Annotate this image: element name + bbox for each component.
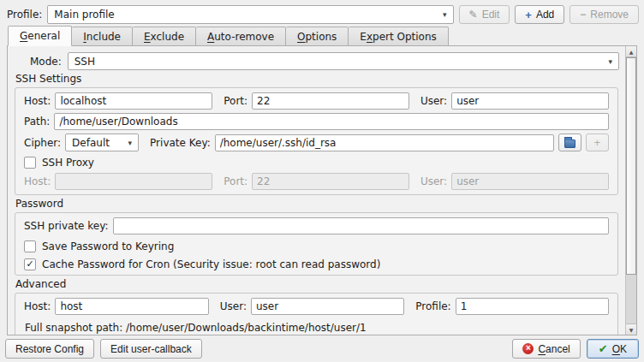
ssh-private-key-label: SSH private key: — [24, 220, 109, 232]
edit-icon: ✎ — [469, 9, 478, 21]
minus-icon: − — [580, 9, 586, 21]
tab-include[interactable]: Include — [72, 27, 133, 46]
plus-icon: + — [525, 9, 532, 21]
cache-cron-row: ✓ Cache Password for Cron (Security issu… — [24, 258, 609, 270]
ssh-proxy-checkbox[interactable]: ✓ — [24, 157, 36, 169]
ssh-proxy-row: ✓ SSH Proxy — [24, 157, 609, 169]
tab-bar: General Include Exclude Auto-remove Opti… — [8, 26, 449, 46]
ssh-proxy-label: SSH Proxy — [42, 157, 94, 169]
private-key-label: Private Key: — [150, 137, 211, 149]
vertical-scrollbar[interactable]: ▲ ▼ — [625, 46, 636, 335]
profile-selected-value: Main profile — [54, 9, 114, 21]
ssh-cipher-row: Cipher: Default ▾ Private Key: + — [24, 134, 609, 151]
edit-button-label: Edit — [482, 9, 500, 21]
proxy-user-label: User: — [420, 175, 447, 187]
profile-select[interactable]: Main profile ▾ — [47, 5, 453, 24]
general-tab-content: Mode: SSH ▾ SSH Settings Host: Port: Use… — [8, 46, 625, 335]
tab-options[interactable]: Options — [286, 27, 349, 46]
chevron-down-icon: ▾ — [601, 57, 612, 66]
restore-config-label: Restore Config — [15, 343, 84, 355]
tab-exclude[interactable]: Exclude — [133, 27, 196, 46]
private-key-add-button[interactable]: + — [586, 134, 609, 151]
advanced-user-input[interactable] — [251, 298, 404, 315]
mode-selected-value: SSH — [75, 56, 95, 68]
password-group: Password SSH private key: ✓ Save Passwor… — [15, 198, 618, 276]
advanced-host-row: Host: User: Profile: — [24, 298, 609, 315]
mode-select[interactable]: SSH ▾ — [68, 52, 619, 70]
advanced-host-label: Host: — [24, 300, 51, 312]
user-input[interactable] — [451, 92, 609, 110]
advanced-group: Advanced Host: User: Profile: Full snaps… — [15, 278, 618, 335]
scroll-down-icon: ▼ — [629, 327, 634, 333]
dialog-footer: Restore Config Edit user-callback × Canc… — [0, 335, 644, 362]
check-icon: ✓ — [26, 258, 33, 270]
cancel-label: Cancel — [538, 343, 569, 355]
tab-general[interactable]: General — [8, 26, 72, 46]
folder-icon — [564, 139, 575, 148]
mode-label: Mode: — [30, 56, 62, 68]
proxy-port-label: Port: — [224, 175, 247, 187]
advanced-user-label: User: — [220, 300, 247, 312]
remove-profile-button[interactable]: − Remove — [569, 5, 639, 24]
scroll-down-button[interactable]: ▼ — [626, 323, 636, 335]
ssh-private-key-row: SSH private key: — [24, 217, 609, 234]
cipher-select[interactable]: Default ▾ — [65, 134, 139, 151]
ssh-private-key-password-input[interactable] — [113, 217, 610, 234]
ssh-settings-group: SSH Settings Host: Port: User: Path: — [15, 73, 618, 195]
advanced-profile-label: Profile: — [415, 300, 450, 312]
port-label: Port: — [224, 95, 247, 107]
ok-check-icon: ✔ — [599, 343, 608, 354]
profile-bar: Profile: Main profile ▾ ✎ Edit + Add − R… — [7, 5, 639, 24]
ssh-path-row: Path: — [24, 113, 609, 130]
password-title: Password — [15, 198, 618, 210]
proxy-port-input — [252, 173, 409, 190]
tab-auto-remove[interactable]: Auto-remove — [196, 27, 286, 46]
advanced-title: Advanced — [15, 278, 618, 290]
chevron-down-icon: ▾ — [122, 139, 133, 147]
advanced-profile-input[interactable] — [456, 298, 609, 315]
add-button-label: Add — [536, 9, 554, 21]
cipher-label: Cipher: — [24, 137, 61, 149]
cancel-button[interactable]: × Cancel — [512, 339, 580, 359]
full-snapshot-path: Full snapshot path: /home/user/Downloads… — [25, 322, 609, 334]
tab-expert-options[interactable]: Expert Options — [349, 27, 448, 46]
ssh-settings-title: SSH Settings — [15, 73, 618, 85]
cancel-icon: × — [522, 343, 534, 354]
scrollbar-track[interactable] — [626, 57, 636, 323]
port-input[interactable] — [252, 92, 409, 110]
ok-label: OK — [612, 343, 627, 355]
edit-user-callback-label: Edit user-callback — [110, 343, 192, 355]
host-label: Host: — [24, 95, 51, 107]
chevron-down-icon: ▾ — [436, 10, 447, 19]
user-label: User: — [420, 95, 447, 107]
edit-user-callback-button[interactable]: Edit user-callback — [100, 339, 202, 359]
save-password-keyring-checkbox[interactable]: ✓ — [24, 240, 36, 252]
cache-password-cron-checkbox[interactable]: ✓ — [24, 258, 36, 270]
private-key-input[interactable] — [215, 134, 554, 151]
path-label: Path: — [24, 116, 50, 128]
edit-profile-button[interactable]: ✎ Edit — [459, 5, 510, 24]
private-key-browse-button[interactable] — [558, 134, 581, 151]
cache-password-cron-label: Cache Password for Cron (Security issue:… — [42, 258, 380, 270]
plus-icon: + — [594, 136, 601, 149]
host-input[interactable] — [55, 92, 212, 110]
proxy-host-input — [55, 173, 212, 190]
scrollbar-thumb[interactable] — [626, 57, 636, 275]
ok-button[interactable]: ✔ OK — [587, 339, 639, 359]
add-profile-button[interactable]: + Add — [515, 5, 564, 24]
ssh-host-row: Host: Port: User: — [24, 92, 609, 110]
mode-row: Mode: SSH ▾ — [30, 52, 619, 70]
path-input[interactable] — [54, 113, 609, 130]
proxy-user-input — [451, 173, 609, 190]
proxy-host-row: Host: Port: User: — [24, 173, 609, 190]
cipher-selected-value: Default — [72, 137, 110, 149]
general-tab-panel: Mode: SSH ▾ SSH Settings Host: Port: Use… — [7, 45, 637, 335]
advanced-host-input[interactable] — [55, 298, 208, 315]
save-keyring-row: ✓ Save Password to Keyring — [24, 240, 609, 252]
profile-label: Profile: — [7, 9, 42, 21]
proxy-host-label: Host: — [24, 175, 51, 187]
remove-button-label: Remove — [590, 9, 629, 21]
restore-config-button[interactable]: Restore Config — [5, 339, 94, 359]
scroll-up-button[interactable]: ▲ — [626, 46, 636, 57]
save-password-keyring-label: Save Password to Keyring — [42, 240, 174, 252]
